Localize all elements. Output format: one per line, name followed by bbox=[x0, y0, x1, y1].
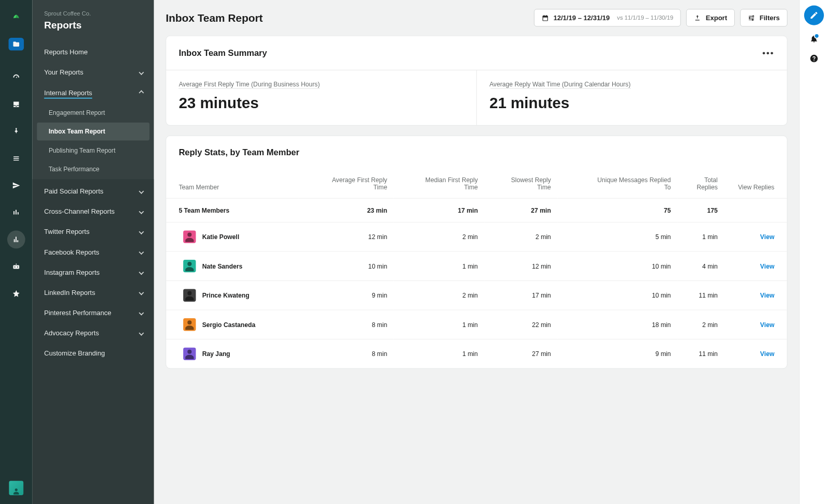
table-row: Sergio Castaneda8 min1 min22 min18 min2 … bbox=[166, 310, 787, 339]
view-replies-link[interactable]: View bbox=[760, 262, 775, 270]
chevron-up-icon bbox=[139, 90, 144, 95]
view-replies-link[interactable]: View bbox=[760, 292, 775, 299]
chevron-down-icon bbox=[139, 188, 144, 194]
sidebar-item-cross-channel-reports[interactable]: Cross-Channel Reports bbox=[33, 201, 154, 221]
folder-icon[interactable] bbox=[9, 38, 24, 50]
table-row: Ray Jang8 min1 min27 min9 min11 minView bbox=[166, 339, 787, 368]
avatar bbox=[183, 318, 196, 331]
sidebar-item-linkedin-reports[interactable]: LinkedIn Reports bbox=[33, 282, 154, 302]
summary-metric: Average Reply Wait Time (During Calendar… bbox=[476, 70, 787, 125]
filters-button[interactable]: Filters bbox=[740, 9, 787, 26]
chevron-down-icon bbox=[139, 330, 144, 335]
column-header: View Replies bbox=[724, 169, 787, 198]
reply-stats-table: Team MemberAverage First ReplyTimeMedian… bbox=[166, 169, 787, 368]
summary-card: Inbox Team Summary ••• Average First Rep… bbox=[166, 36, 787, 126]
date-range-picker[interactable]: 12/1/19 – 12/31/19 vs 11/1/19 – 11/30/19 bbox=[534, 9, 681, 26]
avatar bbox=[183, 348, 196, 360]
sidebar-item-instagram-reports[interactable]: Instagram Reports bbox=[33, 262, 154, 282]
column-header: Slowest ReplyTime bbox=[484, 169, 557, 198]
export-button[interactable]: Export bbox=[686, 9, 735, 26]
summary-title: Inbox Team Summary bbox=[179, 48, 267, 58]
sidebar-item-pinterest-performance[interactable]: Pinterest Performance bbox=[33, 303, 154, 323]
reports-icon[interactable] bbox=[7, 230, 25, 248]
column-header: TotalReplies bbox=[677, 169, 724, 198]
sprout-logo bbox=[8, 10, 24, 26]
summary-metric: Average First Reply Time (During Busines… bbox=[166, 70, 476, 125]
table-row: Prince Kwateng9 min2 min17 min10 min11 m… bbox=[166, 280, 787, 310]
main: Inbox Team Report 12/1/19 – 12/31/19 vs … bbox=[154, 0, 800, 504]
sidebar-subitem-engagement-report[interactable]: Engagement Report bbox=[37, 103, 150, 122]
main-header: Inbox Team Report 12/1/19 – 12/31/19 vs … bbox=[154, 0, 800, 36]
export-icon bbox=[694, 14, 701, 21]
inbox-icon[interactable] bbox=[7, 95, 25, 113]
column-header: Average First ReplyTime bbox=[299, 169, 393, 198]
sidebar-item-internal-reports[interactable]: Internal Reports bbox=[33, 82, 154, 102]
sidebar-subitem-task-performance[interactable]: Task Performance bbox=[37, 160, 150, 179]
chevron-down-icon bbox=[139, 290, 144, 295]
view-replies-link[interactable]: View bbox=[760, 321, 775, 328]
reply-stats-card: Reply Stats, by Team Member Team MemberA… bbox=[166, 136, 787, 369]
table-row-totals: 5 Team Members23 min17 min27 min75175 bbox=[166, 198, 787, 222]
view-replies-link[interactable]: View bbox=[760, 233, 775, 241]
chevron-down-icon bbox=[139, 270, 144, 275]
org-name: Sprout Coffee Co. bbox=[44, 10, 142, 17]
sidebar-subitem-publishing-team-report[interactable]: Publishing Team Report bbox=[37, 141, 150, 159]
column-header: Team Member bbox=[166, 169, 299, 198]
stats-icon[interactable] bbox=[7, 203, 25, 221]
bot-icon[interactable] bbox=[7, 258, 25, 276]
chevron-down-icon bbox=[139, 229, 144, 234]
compose-button[interactable] bbox=[804, 5, 823, 25]
date-range-text: 12/1/19 – 12/31/19 bbox=[553, 14, 610, 22]
section-name: Reports bbox=[44, 19, 142, 31]
list-icon[interactable] bbox=[7, 150, 25, 168]
avatar bbox=[183, 230, 196, 243]
column-header: Unique Messages RepliedTo bbox=[557, 169, 677, 198]
table-row: Nate Sanders10 min1 min12 min10 min4 min… bbox=[166, 251, 787, 281]
calendar-icon bbox=[542, 14, 549, 21]
sidebar: Sprout Coffee Co. Reports Reports HomeYo… bbox=[33, 0, 154, 504]
sidebar-subitem-inbox-team-report[interactable]: Inbox Team Report bbox=[37, 123, 150, 141]
icon-rail bbox=[0, 0, 33, 504]
help-icon[interactable] bbox=[809, 54, 818, 65]
avatar bbox=[183, 260, 196, 272]
notifications-icon[interactable] bbox=[809, 34, 818, 45]
card-menu-icon[interactable]: ••• bbox=[762, 48, 775, 58]
chevron-down-icon bbox=[139, 310, 144, 315]
dashboard-icon[interactable] bbox=[7, 68, 25, 86]
sidebar-item-facebook-reports[interactable]: Facebook Reports bbox=[33, 242, 154, 262]
right-rail bbox=[799, 0, 828, 504]
reply-stats-title: Reply Stats, by Team Member bbox=[179, 147, 299, 157]
avatar bbox=[183, 289, 196, 302]
sidebar-item-twitter-reports[interactable]: Twitter Reports bbox=[33, 221, 154, 242]
filters-icon bbox=[748, 14, 755, 21]
sidebar-item-advocacy-reports[interactable]: Advocacy Reports bbox=[33, 323, 154, 343]
star-icon[interactable] bbox=[7, 285, 25, 303]
sidebar-item-paid-social-reports[interactable]: Paid Social Reports bbox=[33, 181, 154, 201]
sidebar-item-customize-branding[interactable]: Customize Branding bbox=[33, 343, 154, 363]
send-icon[interactable] bbox=[7, 176, 25, 195]
compose-icon bbox=[809, 11, 818, 20]
page-title: Inbox Team Report bbox=[166, 11, 263, 24]
chevron-down-icon bbox=[139, 70, 144, 75]
user-avatar[interactable] bbox=[9, 481, 23, 495]
sidebar-item-reports-home[interactable]: Reports Home bbox=[33, 42, 154, 62]
pin-icon[interactable] bbox=[7, 123, 25, 141]
table-row: Katie Powell12 min2 min2 min5 min1 minVi… bbox=[166, 222, 787, 251]
sidebar-item-your-reports[interactable]: Your Reports bbox=[33, 62, 154, 82]
view-replies-link[interactable]: View bbox=[760, 350, 775, 358]
chevron-down-icon bbox=[139, 249, 144, 255]
chevron-down-icon bbox=[139, 209, 144, 214]
column-header: Median First ReplyTime bbox=[393, 169, 484, 198]
